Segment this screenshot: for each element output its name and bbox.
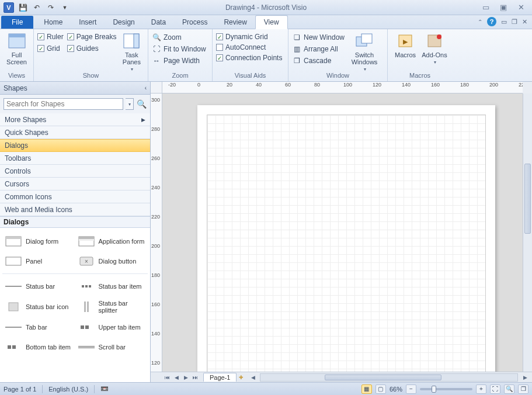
grid-checkbox[interactable]: ✓Grid bbox=[37, 44, 64, 53]
chevron-down-icon: ▼ bbox=[62, 5, 68, 11]
zoom-slider-thumb[interactable] bbox=[432, 386, 436, 393]
page-nav-first[interactable]: ⏮ bbox=[162, 373, 172, 382]
cascade-button[interactable]: ❐Cascade bbox=[292, 56, 345, 65]
save-icon: 💾 bbox=[19, 4, 27, 12]
vertical-scroll-thumb[interactable] bbox=[524, 164, 531, 234]
page-nav-last[interactable]: ⏭ bbox=[190, 373, 200, 382]
full-screen-icon bbox=[8, 32, 26, 50]
view-fullscreen-button[interactable]: ▢ bbox=[375, 384, 386, 394]
connection-points-checkbox[interactable]: ✓Connection Points bbox=[216, 54, 282, 62]
hscroll-left[interactable]: ◀ bbox=[248, 373, 258, 382]
insert-page-button[interactable]: ✚ bbox=[237, 373, 246, 382]
fit-page-button[interactable]: ⛶ bbox=[490, 384, 500, 394]
switch-windows-status-button[interactable]: ❐ bbox=[518, 384, 528, 394]
ribbon-minimize-arrow[interactable]: ⌃ bbox=[478, 19, 482, 25]
autoconnect-checkbox[interactable]: AutoConnect bbox=[216, 43, 282, 51]
shape-tab-bar[interactable]: Tab bar bbox=[2, 317, 75, 337]
dynamic-grid-checkbox[interactable]: ✓Dynamic Grid bbox=[216, 33, 282, 41]
horizontal-scrollbar[interactable] bbox=[260, 373, 518, 382]
stencil-detail-header: Dialogs bbox=[0, 216, 150, 228]
tab-file[interactable]: File bbox=[1, 16, 33, 29]
tab-insert[interactable]: Insert bbox=[71, 16, 105, 29]
zoom-slider[interactable] bbox=[420, 388, 472, 390]
stencil-controls[interactable]: Controls bbox=[0, 165, 150, 178]
page-breaks-checkbox[interactable]: ✓Page Breaks bbox=[67, 33, 117, 41]
macros-button[interactable]: ▶ Macros bbox=[392, 30, 418, 58]
close-button[interactable]: ✕ bbox=[516, 3, 526, 12]
stencil-quick-shapes[interactable]: Quick Shapes bbox=[0, 126, 150, 139]
stencil-common-icons[interactable]: Common Icons bbox=[0, 190, 150, 203]
horizontal-ruler[interactable]: -20020406080100120140160180200220 bbox=[162, 82, 523, 93]
arrange-all-button[interactable]: ▥Arrange All bbox=[292, 44, 345, 54]
tab-home[interactable]: Home bbox=[36, 16, 71, 29]
shapes-search-scope[interactable]: ▾ bbox=[126, 98, 134, 110]
full-screen-button[interactable]: Full Screen bbox=[4, 30, 30, 65]
save-button[interactable]: 💾 bbox=[16, 2, 29, 13]
page-width-button[interactable]: ↔Page Width bbox=[152, 56, 206, 65]
stencil-toolbars[interactable]: Toolbars bbox=[0, 152, 150, 165]
stencil-more-shapes[interactable]: More Shapes▶ bbox=[0, 113, 150, 126]
shapes-search-input[interactable] bbox=[4, 98, 123, 110]
new-window-button[interactable]: ❏New Window bbox=[292, 33, 345, 42]
pan-zoom-window-button[interactable]: 🔍 bbox=[504, 384, 514, 394]
switch-windows-button[interactable]: Switch Windows bbox=[348, 30, 381, 72]
zoom-out-button[interactable]: − bbox=[406, 384, 416, 394]
shape-bottom-tab-item[interactable]: Bottom tab item bbox=[2, 337, 75, 357]
svg-rect-31 bbox=[78, 346, 95, 347]
shape-thumb-icon bbox=[5, 255, 22, 268]
zoom-button[interactable]: 🔍Zoom bbox=[152, 33, 206, 42]
undo-button[interactable]: ↶ bbox=[30, 2, 43, 13]
maximize-button[interactable]: ▣ bbox=[498, 3, 509, 12]
zoom-level[interactable]: 66% bbox=[390, 386, 402, 393]
page-nav-prev[interactable]: ◀ bbox=[172, 373, 181, 382]
horizontal-scroll-thumb[interactable] bbox=[325, 375, 441, 380]
shape-panel[interactable]: Panel bbox=[2, 251, 75, 271]
app-menu-button[interactable]: V bbox=[2, 2, 15, 13]
tab-process[interactable]: Process bbox=[174, 16, 215, 29]
stencil-dialogs[interactable]: Dialogs bbox=[0, 139, 150, 152]
shape-thumb-icon bbox=[5, 280, 22, 293]
ruler-checkbox[interactable]: ✓Ruler bbox=[37, 33, 64, 41]
mdi-restore[interactable]: ❐ bbox=[512, 18, 517, 26]
vertical-ruler[interactable]: 300280260240220200180160140120 bbox=[151, 93, 162, 372]
status-language[interactable]: English (U.S.) bbox=[48, 386, 88, 393]
shape-application-form[interactable]: Application form bbox=[75, 231, 148, 251]
minimize-button[interactable]: ▭ bbox=[481, 3, 491, 12]
shape-thumb-icon bbox=[5, 235, 22, 248]
addons-button[interactable]: Add-Ons bbox=[422, 30, 447, 65]
shape-status-bar-splitter[interactable]: Status bar splitter bbox=[75, 296, 148, 317]
tab-design[interactable]: Design bbox=[105, 16, 142, 29]
task-panes-button[interactable]: Task Panes bbox=[120, 30, 143, 72]
drawing-page[interactable] bbox=[197, 105, 495, 372]
tab-data[interactable]: Data bbox=[143, 16, 174, 29]
page-grid bbox=[207, 115, 486, 372]
stencil-web-media-icons[interactable]: Web and Media Icons bbox=[0, 203, 150, 216]
shape-status-bar[interactable]: Status bar bbox=[2, 276, 75, 296]
stencil-cursors[interactable]: Cursors bbox=[0, 178, 150, 190]
shape-upper-tab-item[interactable]: Upper tab item bbox=[75, 317, 148, 337]
shape-status-bar-item[interactable]: Status bar item bbox=[75, 276, 148, 296]
shape-status-bar-icon[interactable]: Status bar icon bbox=[2, 296, 75, 317]
zoom-in-button[interactable]: + bbox=[476, 384, 486, 394]
shape-dialog-button[interactable]: ×Dialog button bbox=[75, 251, 148, 271]
view-normal-button[interactable]: ▦ bbox=[361, 384, 372, 394]
tab-review[interactable]: Review bbox=[215, 16, 255, 29]
vertical-scrollbar[interactable] bbox=[523, 93, 532, 372]
hscroll-right[interactable]: ▶ bbox=[520, 373, 530, 382]
redo-button[interactable]: ↷ bbox=[44, 2, 57, 13]
tab-view[interactable]: View bbox=[255, 15, 288, 29]
shapes-pane-collapse[interactable]: ‹ bbox=[145, 85, 147, 91]
shapes-search-go[interactable]: 🔍 bbox=[136, 99, 147, 109]
mdi-minimize[interactable]: ▭ bbox=[501, 18, 507, 26]
help-button[interactable]: ? bbox=[487, 17, 496, 26]
mdi-close[interactable]: ✕ bbox=[522, 18, 527, 26]
shape-dialog-form[interactable]: Dialog form bbox=[2, 231, 75, 251]
qat-customize[interactable]: ▼ bbox=[58, 2, 71, 13]
canvas-viewport[interactable] bbox=[162, 93, 523, 372]
fit-to-window-button[interactable]: ⛶Fit to Window bbox=[152, 44, 206, 54]
page-nav-next[interactable]: ▶ bbox=[181, 373, 190, 382]
shape-scroll-bar[interactable]: Scroll bar bbox=[75, 337, 148, 357]
guides-checkbox[interactable]: ✓Guides bbox=[67, 44, 117, 53]
macro-record-button[interactable]: 📼 bbox=[100, 385, 109, 393]
page-tab-1[interactable]: Page-1 bbox=[203, 373, 237, 382]
